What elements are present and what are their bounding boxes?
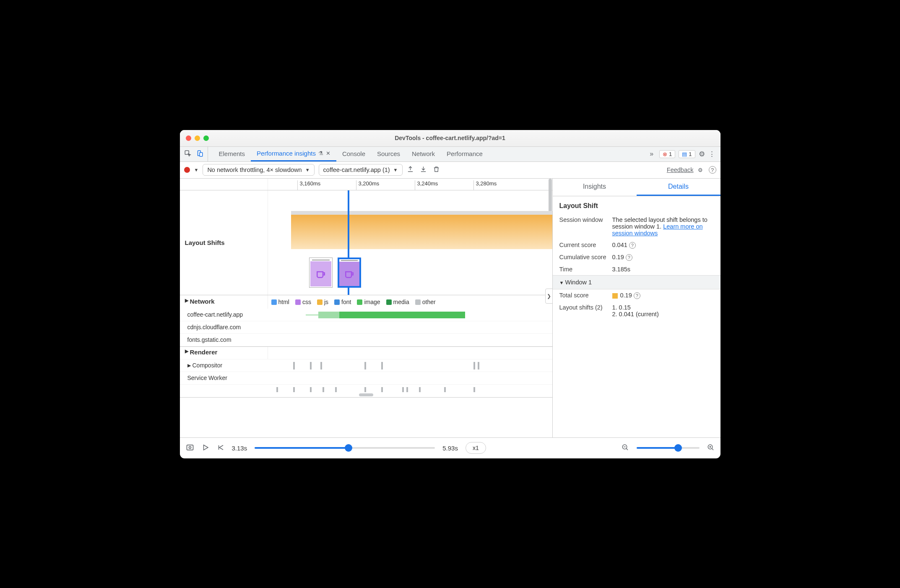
legend-media: media [386, 299, 409, 305]
renderer-track: ▶Renderer ▶Compositor Service Worker [180, 347, 552, 398]
legend-html: html [271, 299, 289, 305]
zoom-slider[interactable] [637, 447, 700, 449]
collapse-sidebar-icon[interactable]: ❯ [545, 289, 553, 304]
time-ruler[interactable]: 3,160ms 3,200ms 3,240ms 3,280ms [180, 179, 552, 190]
more-tabs-icon[interactable]: » [647, 150, 656, 158]
svg-point-4 [189, 446, 191, 448]
playback-speed[interactable]: x1 [466, 442, 486, 454]
legend-other: other [415, 299, 436, 305]
compositor-row[interactable]: ▶Compositor [180, 359, 552, 372]
network-host-row[interactable]: coffee-cart.netlify.app [180, 309, 552, 321]
feedback-link[interactable]: Feedback [667, 167, 694, 173]
ruler-tick: 3,280ms [473, 180, 497, 190]
delete-icon[interactable] [433, 166, 440, 174]
legend-font: font [334, 299, 351, 305]
layout-shift-item[interactable]: 1. 0.15 [612, 304, 714, 311]
timeline-pane: 3,160ms 3,200ms 3,240ms 3,280ms Layout S… [180, 179, 553, 437]
tab-console[interactable]: Console [336, 147, 371, 161]
tab-performance[interactable]: Performance [441, 147, 489, 161]
legend-js: js [317, 299, 328, 305]
window-title: DevTools - coffee-cart.netlify.app/?ad=1 [395, 135, 505, 141]
svg-rect-2 [200, 152, 203, 156]
rewind-icon[interactable] [217, 444, 224, 453]
panel-settings-icon[interactable]: ⚙ [698, 167, 703, 173]
start-time: 3.13s [232, 445, 247, 452]
details-heading: Layout Shift [553, 196, 721, 214]
throttling-select[interactable]: No network throttling, 4× slowdown▼ [203, 164, 314, 176]
end-time: 5.93s [442, 445, 458, 452]
more-menu-icon[interactable]: ⋮ [708, 150, 715, 159]
window-controls [186, 135, 209, 141]
export-icon[interactable] [407, 166, 414, 174]
layout-shift-thumbnail-selected[interactable] [338, 258, 361, 288]
layout-shifts-track: Layout Shifts [180, 190, 552, 295]
insights-tab[interactable]: Insights [553, 179, 637, 196]
toolbar: ▼ No network throttling, 4× slowdown▼ co… [180, 162, 721, 179]
preview-icon[interactable] [186, 443, 194, 453]
renderer-label[interactable]: Renderer [190, 349, 218, 356]
window-1-header[interactable]: Window 1 [553, 275, 721, 289]
legend-image: image [357, 299, 380, 305]
network-host-row[interactable]: fonts.gstatic.com [180, 334, 552, 346]
session-window-area[interactable] [291, 215, 552, 249]
network-label[interactable]: Network [190, 298, 215, 305]
layout-shift-thumbnail[interactable] [309, 258, 333, 288]
record-button[interactable] [184, 167, 190, 173]
close-panel-icon[interactable]: ✕ [326, 150, 330, 156]
layout-shifts-label: Layout Shifts [180, 190, 268, 295]
titlebar: DevTools - coffee-cart.netlify.app/?ad=1 [180, 130, 721, 147]
ruler-tick: 3,200ms [356, 180, 380, 190]
zoom-in-icon[interactable] [707, 444, 715, 453]
ruler-tick: 3,240ms [415, 180, 438, 190]
layout-shift-item[interactable]: 2. 0.041 (current) [612, 311, 714, 317]
settings-icon[interactable]: ⚙ [699, 150, 705, 159]
panel-tabs-row: Elements Performance insights ⚗ ✕ Consol… [180, 147, 721, 162]
issues-badge[interactable]: ▤1 [679, 150, 695, 158]
tab-elements[interactable]: Elements [213, 147, 251, 161]
network-track: ▶Network html css js font image media ot… [180, 295, 552, 347]
session-window-bar [291, 211, 552, 215]
record-options[interactable]: ▼ [194, 167, 199, 172]
help-icon[interactable]: ? [626, 254, 632, 261]
details-tab[interactable]: Details [637, 179, 721, 196]
help-icon[interactable]: ? [629, 242, 636, 249]
errors-badge[interactable]: ⊗1 [659, 150, 675, 158]
maximize-window[interactable] [203, 135, 209, 141]
zoom-out-icon[interactable] [622, 444, 629, 453]
ruler-tick: 3,160ms [297, 180, 321, 190]
svg-rect-3 [187, 445, 193, 450]
flask-icon: ⚗ [318, 150, 323, 156]
import-icon[interactable] [420, 166, 427, 174]
legend-css: css [295, 299, 311, 305]
device-toggle-icon[interactable] [196, 150, 203, 159]
recording-select[interactable]: coffee-cart.netlify.app (1)▼ [319, 164, 403, 176]
network-host-row[interactable]: cdnjs.cloudflare.com [180, 321, 552, 334]
horizontal-scroll-pill[interactable] [359, 393, 373, 396]
tab-sources[interactable]: Sources [371, 147, 406, 161]
help-icon[interactable]: ? [634, 292, 640, 299]
play-icon[interactable] [202, 444, 209, 453]
minimize-window[interactable] [195, 135, 200, 141]
tab-network[interactable]: Network [406, 147, 441, 161]
playback-bar: 3.13s 5.93s x1 [180, 437, 721, 458]
time-slider[interactable] [255, 447, 435, 449]
close-window[interactable] [186, 135, 191, 141]
inspect-element-icon[interactable] [184, 150, 192, 159]
details-pane: Insights Details Layout Shift Session wi… [553, 179, 721, 437]
service-worker-row[interactable]: Service Worker [180, 372, 552, 385]
help-icon[interactable]: ? [707, 166, 716, 174]
tab-performance-insights[interactable]: Performance insights ⚗ ✕ [251, 147, 336, 161]
